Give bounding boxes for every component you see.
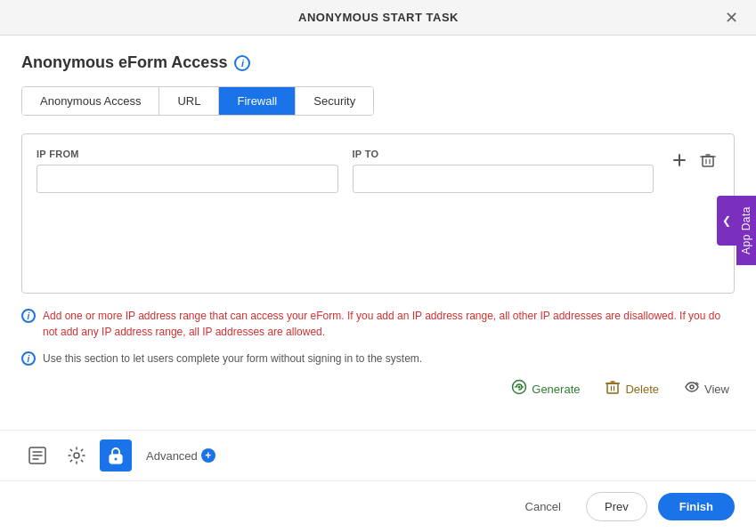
modal-header: ANONYMOUS START TASK ✕ xyxy=(0,0,756,36)
prev-button[interactable]: Prev xyxy=(586,492,647,521)
svg-point-22 xyxy=(115,458,118,461)
close-button[interactable]: ✕ xyxy=(721,10,742,26)
view-icon xyxy=(684,379,700,399)
settings-tool-icon[interactable] xyxy=(61,439,93,472)
svg-point-8 xyxy=(518,386,521,389)
delete-ip-button[interactable] xyxy=(696,149,719,172)
svg-point-19 xyxy=(74,453,79,458)
ip-from-label: IP FROM xyxy=(37,149,338,159)
lock-tool-icon[interactable] xyxy=(100,439,132,472)
tab-url[interactable]: URL xyxy=(159,87,219,115)
ip-to-col: IP TO xyxy=(353,149,654,193)
tab-security[interactable]: Security xyxy=(296,87,373,115)
info-section-1: i Add one or more IP address range that … xyxy=(21,308,735,340)
tabs-container: Anonymous Access URL Firewall Security xyxy=(21,86,374,116)
modal-container: ANONYMOUS START TASK ✕ Anonymous eForm A… xyxy=(0,0,756,532)
modal-title: ANONYMOUS START TASK xyxy=(36,11,721,24)
ip-from-col: IP FROM xyxy=(37,149,338,193)
cancel-button[interactable]: Cancel xyxy=(511,493,575,520)
page-info-icon[interactable]: i xyxy=(234,55,250,71)
view-button[interactable]: View xyxy=(679,375,735,402)
add-ip-button[interactable] xyxy=(668,149,691,172)
generate-button[interactable]: Generate xyxy=(506,375,585,402)
delete-icon xyxy=(605,379,621,399)
info-icon-2: i xyxy=(21,351,36,366)
modal-body: Anonymous eForm Access i Anonymous Acces… xyxy=(0,36,756,430)
generate-icon xyxy=(511,379,527,399)
advanced-button[interactable]: Advanced + xyxy=(139,443,223,468)
info-section-2: i Use this section to let users complete… xyxy=(21,351,735,367)
firewall-box: IP FROM IP TO xyxy=(21,133,735,294)
page-title: Anonymous eForm Access i xyxy=(21,53,735,72)
ip-to-input[interactable] xyxy=(353,165,654,193)
svg-point-14 xyxy=(690,385,694,389)
footer-actions: Cancel Prev Finish xyxy=(0,480,756,532)
app-data-chevron[interactable]: ❮ xyxy=(717,196,736,246)
info-text-1: Add one or more IP address range that ca… xyxy=(43,308,735,340)
advanced-plus-icon: + xyxy=(201,448,215,463)
ip-actions xyxy=(668,149,719,175)
app-data-label[interactable]: App Data xyxy=(736,196,756,265)
svg-rect-2 xyxy=(703,157,713,166)
app-data-sidebar[interactable]: ❮ App Data xyxy=(717,196,756,265)
ip-row: IP FROM IP TO xyxy=(37,149,719,193)
info-icon-1: i xyxy=(21,309,36,323)
finish-button[interactable]: Finish xyxy=(658,493,735,520)
form-tool-icon[interactable] xyxy=(21,439,53,472)
ip-from-input[interactable] xyxy=(37,165,338,193)
ip-to-label: IP TO xyxy=(353,149,654,159)
tab-anonymous-access[interactable]: Anonymous Access xyxy=(22,87,159,115)
footer-tools: Advanced + xyxy=(0,430,756,480)
tab-firewall[interactable]: Firewall xyxy=(219,87,296,115)
delete-button[interactable]: Delete xyxy=(599,375,664,402)
info-text-2: Use this section to let users complete y… xyxy=(43,351,422,367)
svg-rect-9 xyxy=(607,383,618,393)
generate-row: Generate Delete xyxy=(21,375,735,402)
